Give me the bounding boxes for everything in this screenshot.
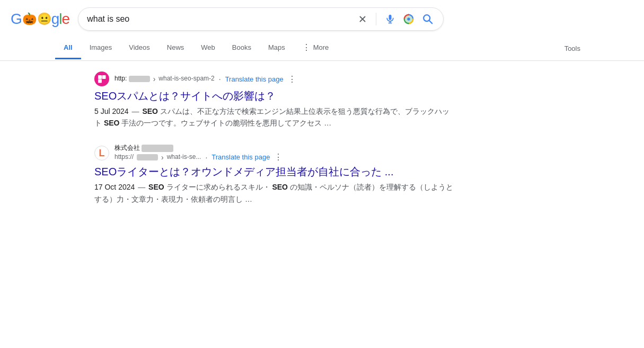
translate-link[interactable]: Translate this page <box>225 75 284 83</box>
snippet-date: 5 Jul 2024 <box>94 107 129 115</box>
svg-rect-10 <box>102 79 106 83</box>
snippet-text2: 手法の一つです。ウェブサイトの脆弱性を悪用してアクセス … <box>121 119 331 127</box>
result-title[interactable]: SEOスパムとは？サイトへの影響は？ <box>94 88 456 103</box>
dot-sep2: · <box>205 153 207 162</box>
search-bar-wrapper <box>78 7 444 31</box>
mic-icon <box>385 14 395 24</box>
result-item: L 株式会社 https:// › what-is-se... · Transl… <box>94 144 456 205</box>
snippet-text3: ライターに求められるスキル・ <box>166 183 270 191</box>
translate-link2[interactable]: Translate this page <box>211 153 270 161</box>
close-icon <box>358 14 367 24</box>
source-domain-row: http: › what-is-seo-spam-2 · Translate t… <box>114 74 296 84</box>
search-submit-button[interactable] <box>421 12 435 26</box>
search-divider <box>376 13 376 25</box>
blurred-domain2 <box>137 154 158 160</box>
result-snippet2: 17 Oct 2024 — SEO ライターに求められるスキル・ SEO の知識… <box>94 181 456 205</box>
source-company-row: 株式会社 <box>114 144 283 153</box>
search-input[interactable] <box>87 14 351 24</box>
tab-web[interactable]: Web <box>192 37 224 59</box>
logo-g1: G <box>11 11 22 28</box>
source-url-row: https:// › what-is-se... · Translate thi… <box>114 152 283 162</box>
tools-button[interactable]: Tools <box>556 38 589 59</box>
source-info: http: › what-is-seo-spam-2 · Translate t… <box>114 74 296 84</box>
logo-emoji1: 🎃 <box>22 12 36 26</box>
search-icon <box>422 13 434 25</box>
more-dots-icon: ⋮ <box>302 42 311 52</box>
dot-separator: · <box>219 75 221 83</box>
snippet-bold-seo4: SEO <box>272 183 288 191</box>
header: G 🎃 😐 g l e <box>0 0 644 36</box>
snippet-dot: — <box>132 107 142 115</box>
clear-button[interactable] <box>357 13 368 25</box>
snippet-dash2: — <box>138 183 147 191</box>
snippet-bold-seo2: SEO <box>104 119 120 127</box>
search-bar <box>78 7 444 31</box>
snippet-bold-seo3: SEO <box>148 183 164 191</box>
tab-images[interactable]: Images <box>81 37 121 59</box>
tab-news[interactable]: News <box>158 37 193 59</box>
mic-button[interactable] <box>384 13 396 25</box>
tab-maps[interactable]: Maps <box>260 37 294 59</box>
svg-rect-0 <box>389 15 392 20</box>
logo-g2: g <box>51 11 59 28</box>
search-icons <box>357 12 435 26</box>
source-path: what-is-se... <box>167 153 201 162</box>
search-tabs: All Images Videos News Web Books Maps ⋮ … <box>0 36 644 61</box>
source-https: https:// <box>114 153 134 162</box>
tab-books[interactable]: Books <box>224 37 260 59</box>
source-breadcrumb: what-is-seo-spam-2 <box>158 75 214 83</box>
logo-emoji2: 😐 <box>37 12 51 26</box>
tab-more[interactable]: ⋮ More <box>294 36 338 60</box>
lens-button[interactable] <box>402 12 416 26</box>
snippet-bold-seo: SEO <box>142 107 158 115</box>
lens-icon <box>403 13 414 25</box>
result-source: L 株式会社 https:// › what-is-se... · Transl… <box>94 144 456 163</box>
result-source: http: › what-is-seo-spam-2 · Translate t… <box>94 72 456 86</box>
result-snippet: 5 Jul 2024 — SEO スパムは、不正な方法で検索エンジン結果上位表示… <box>94 105 456 129</box>
result-item: http: › what-is-seo-spam-2 · Translate t… <box>94 72 456 129</box>
favicon-icon <box>98 75 106 83</box>
company-prefix: 株式会社 <box>114 144 140 151</box>
logo-e: e <box>62 11 70 28</box>
result-favicon <box>94 72 109 86</box>
source-arrow2: › <box>161 153 164 162</box>
results-container: http: › what-is-seo-spam-2 · Translate t… <box>0 61 456 230</box>
blurred-domain <box>129 76 150 82</box>
source-domain-text: http: <box>114 75 150 83</box>
blurred-company <box>142 145 173 152</box>
source-arrow: › <box>153 75 156 83</box>
svg-rect-9 <box>98 79 102 83</box>
google-logo: G 🎃 😐 g l e <box>11 11 69 28</box>
svg-line-6 <box>429 21 433 24</box>
source-info: 株式会社 https:// › what-is-se... · Translat… <box>114 144 283 163</box>
tab-all[interactable]: All <box>55 37 81 59</box>
result-title2[interactable]: SEOライターとは？オウンドメディア担当者が自社に合った ... <box>94 164 456 179</box>
result-more-icon2[interactable]: ⋮ <box>274 152 283 162</box>
svg-point-4 <box>407 17 410 21</box>
result-more-icon[interactable]: ⋮ <box>288 74 296 84</box>
svg-rect-8 <box>102 75 106 79</box>
snippet-date2: 17 Oct 2024 <box>94 183 135 191</box>
tab-videos[interactable]: Videos <box>120 37 158 59</box>
svg-rect-7 <box>98 75 102 79</box>
result-favicon: L <box>94 146 109 160</box>
